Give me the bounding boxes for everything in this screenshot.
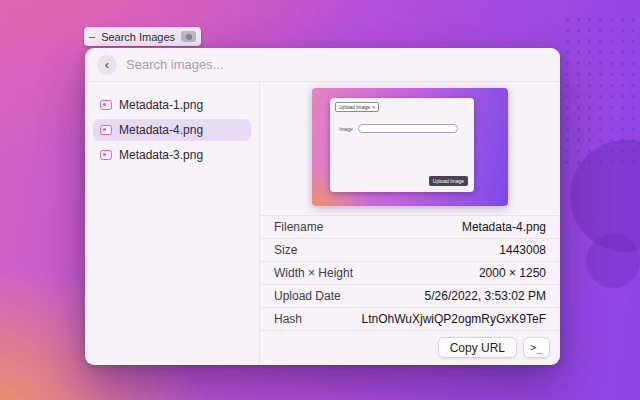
- image-file-icon: [100, 150, 112, 160]
- search-input[interactable]: [126, 57, 548, 72]
- metadata-table: Filename Metadata-4.png Size 1443008 Wid…: [260, 215, 560, 330]
- detail-value: Metadata-4.png: [462, 220, 546, 234]
- preview-upload-button: Upload Image: [429, 176, 468, 186]
- launcher-pill[interactable]: – Search Images: [84, 27, 201, 46]
- launcher-dash: –: [89, 31, 95, 42]
- list-item[interactable]: Metadata-3.png: [93, 144, 251, 166]
- list-item-selected[interactable]: Metadata-4.png: [93, 119, 251, 141]
- file-name: Metadata-1.png: [119, 98, 203, 112]
- preview-window: Upload Image × Image Upload Image: [330, 98, 474, 192]
- file-list: Metadata-1.png Metadata-4.png Metadata-3…: [85, 82, 260, 365]
- image-file-icon: [100, 125, 112, 135]
- list-item[interactable]: Metadata-1.png: [93, 94, 251, 116]
- preview-input-field: [358, 124, 458, 133]
- file-name: Metadata-3.png: [119, 148, 203, 162]
- detail-label: Size: [274, 243, 297, 257]
- search-images-window: ‹ Metadata-1.png Metadata-4.png Metadata…: [85, 48, 560, 365]
- back-button[interactable]: ‹: [97, 55, 117, 75]
- table-row: Size 1443008: [260, 238, 560, 261]
- search-bar: ‹: [85, 48, 560, 82]
- window-body: Metadata-1.png Metadata-4.png Metadata-3…: [85, 82, 560, 365]
- detail-label: Width × Height: [274, 266, 353, 280]
- table-row: Upload Date 5/26/2022, 3:53:02 PM: [260, 284, 560, 307]
- detail-label: Filename: [274, 220, 323, 234]
- decorative-blob: [586, 234, 640, 288]
- image-preview: Upload Image × Image Upload Image: [312, 88, 508, 206]
- image-file-icon: [100, 100, 112, 110]
- detail-value: 2000 × 1250: [479, 266, 546, 280]
- preview-form-row: Image: [339, 124, 458, 133]
- detail-value: 5/26/2022, 3:53:02 PM: [425, 289, 546, 303]
- table-row: Width × Height 2000 × 1250: [260, 261, 560, 284]
- action-bar: Copy URL >_: [260, 330, 560, 365]
- terminal-button[interactable]: >_: [523, 337, 550, 358]
- chevron-left-icon: ‹: [105, 57, 109, 72]
- preview-area: Upload Image × Image Upload Image: [260, 82, 560, 215]
- detail-value: 1443008: [499, 243, 546, 257]
- terminal-icon: >_: [530, 342, 542, 353]
- preview-window-title: Upload Image ×: [335, 102, 379, 112]
- table-row: Filename Metadata-4.png: [260, 215, 560, 238]
- copy-url-button[interactable]: Copy URL: [438, 337, 517, 358]
- table-row: Hash LtnOhWuXjwiQP2ogmRyGxK9TeF: [260, 307, 560, 330]
- detail-label: Hash: [274, 312, 302, 326]
- detail-label: Upload Date: [274, 289, 341, 303]
- launcher-label: Search Images: [101, 31, 175, 43]
- desktop-background: – Search Images ‹ Metadata-1.png Metadat…: [0, 0, 640, 400]
- detail-value: LtnOhWuXjwiQP2ogmRyGxK9TeF: [361, 312, 546, 326]
- detail-panel: Upload Image × Image Upload Image: [260, 82, 560, 365]
- file-name: Metadata-4.png: [119, 123, 203, 137]
- camera-icon: [181, 31, 196, 42]
- close-icon: ×: [372, 104, 375, 110]
